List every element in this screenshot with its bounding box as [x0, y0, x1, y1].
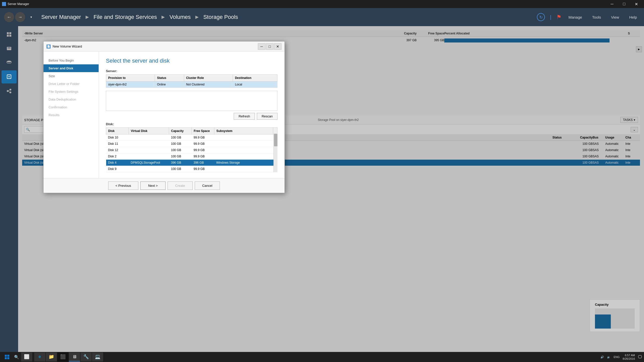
server-table-empty: [106, 91, 277, 111]
wizard-step-filesystem: File System Settings: [44, 88, 99, 96]
disk-sub-6: [214, 166, 273, 172]
disk-col-free: Free Space: [192, 128, 214, 134]
disk-free-6: 99.9 GB: [192, 166, 214, 172]
forward-button[interactable]: →: [15, 12, 25, 22]
wizard-step-dedup: Data Deduplication: [44, 96, 99, 103]
help-button[interactable]: Help: [626, 14, 640, 20]
breadcrumb-volumes[interactable]: Volumes: [170, 14, 191, 20]
svg-rect-3: [9, 35, 11, 37]
dialog-minimize-button[interactable]: ─: [258, 43, 265, 50]
sidebar-item-local[interactable]: [2, 42, 17, 55]
separator-icon: |: [550, 14, 551, 20]
disk-name-1: Disk 10: [106, 134, 129, 141]
taskbar-tray: 🔊 🔉 ENG 6:57 AM 8/26/2016 🖵: [600, 353, 642, 361]
taskbar-items: e 📁 ⬛ 🖥 🔧 💻: [34, 352, 103, 361]
disk-section-label: Disk:: [106, 122, 277, 126]
title-bar: Server Manager ─ □ ✕: [0, 0, 644, 8]
dialog-maximize-button[interactable]: □: [266, 43, 273, 50]
disk-row-6[interactable]: Disk 9 100 GB 99.9 GB: [106, 166, 277, 172]
next-button[interactable]: Next >: [140, 182, 166, 190]
server-row-1[interactable]: siyer-dpm-th2 Online Not Clustered Local: [106, 81, 277, 88]
wizard-step-begin[interactable]: Before You Begin: [44, 57, 99, 64]
taskbar-task-view[interactable]: ⬜: [21, 352, 32, 361]
show-desktop-button[interactable]: 🖵: [638, 355, 642, 359]
new-volume-wizard: 📄 New Volume Wizard ─ □ ✕ Before You Beg…: [43, 41, 285, 193]
server-table: Provision to Status Cluster Role Destina…: [106, 74, 277, 88]
create-button[interactable]: Create: [168, 182, 193, 190]
wizard-heading: Select the server and disk: [106, 58, 277, 64]
disk-cap-6: 100 GB: [169, 166, 192, 172]
svg-rect-1: [9, 32, 11, 34]
nav-arrows: ← → ▾: [4, 12, 36, 22]
taskbar-search-button[interactable]: 🔍: [12, 352, 21, 361]
flag-icon[interactable]: ⚑: [556, 14, 561, 20]
taskbar-sm-button[interactable]: 🖥: [69, 352, 80, 361]
disk-name-6: Disk 9: [106, 166, 129, 172]
tray-volume-icon[interactable]: 🔉: [607, 355, 611, 359]
disk-col-subsys: Subsystem: [214, 128, 273, 134]
tray-time[interactable]: 6:57 AM 8/26/2016: [623, 353, 635, 361]
refresh-button[interactable]: Refresh: [234, 113, 255, 120]
back-button[interactable]: ←: [4, 12, 14, 22]
disk-table: Disk Virtual Disk Capacity Free Space Su…: [106, 127, 277, 172]
disk-sub-3: [214, 147, 273, 153]
disk-row-4[interactable]: Disk 2 100 GB 99.9 GB: [106, 153, 277, 160]
breadcrumb-storage[interactable]: File and Storage Services: [94, 14, 157, 20]
view-button[interactable]: View: [608, 14, 622, 20]
server-section-label: Server:: [106, 69, 277, 73]
disk-row-3[interactable]: Disk 12 100 GB 99.9 GB: [106, 147, 277, 153]
sidebar-item-dashboard[interactable]: [2, 28, 17, 41]
disk-col-cap: Capacity: [169, 128, 192, 134]
svg-rect-13: [5, 357, 7, 359]
tray-lang: ENG: [614, 355, 620, 358]
wizard-step-size[interactable]: Size: [44, 72, 99, 80]
breadcrumb-sep2: ►: [160, 14, 166, 20]
maximize-button[interactable]: □: [618, 0, 630, 8]
taskbar-cmd-button[interactable]: ⬛: [57, 352, 68, 361]
title-bar-text: Server Manager: [8, 2, 29, 6]
wizard-nav: Before You Begin Server and Disk Size Dr…: [44, 52, 99, 178]
taskbar-tool-button[interactable]: 🔧: [80, 352, 92, 361]
taskbar-remote-button[interactable]: 💻: [92, 352, 103, 361]
disk-cap-1: 100 GB: [169, 134, 192, 141]
previous-button[interactable]: < Previous: [108, 182, 138, 190]
manage-button[interactable]: Manage: [566, 14, 585, 20]
disk-cap-3: 100 GB: [169, 147, 192, 153]
tools-button[interactable]: Tools: [589, 14, 604, 20]
wizard-step-server[interactable]: Server and Disk: [44, 64, 99, 72]
sidebar-item-storage[interactable]: [2, 56, 17, 69]
tray-network-icon[interactable]: 🔊: [600, 355, 604, 359]
disk-scrollbar[interactable]: [273, 133, 277, 172]
tray-date: 8/26/2016: [623, 357, 635, 360]
close-button[interactable]: ✕: [630, 0, 642, 8]
server-bar: ← → ▾ Server Manager ► File and Storage …: [0, 8, 644, 26]
app-icon: [2, 2, 6, 6]
wizard-step-drive: Drive Letter or Folder: [44, 80, 99, 88]
nav-dropdown-button[interactable]: ▾: [26, 12, 36, 22]
disk-sub-4: [214, 153, 273, 160]
svg-rect-4: [7, 47, 11, 50]
dialog-close-button[interactable]: ✕: [274, 43, 281, 50]
disk-row-1[interactable]: Disk 10 100 GB 99.9 GB: [106, 134, 277, 141]
breadcrumb-root[interactable]: Server Manager: [41, 14, 81, 20]
svg-rect-9: [10, 89, 11, 90]
sidebar-item-volumes[interactable]: [2, 70, 17, 83]
dialog-body: Before You Begin Server and Disk Size Dr…: [44, 52, 285, 178]
refresh-icon[interactable]: ↻: [537, 13, 545, 21]
taskbar-explorer-button[interactable]: 📁: [46, 352, 57, 361]
sidebar-item-shares[interactable]: [2, 84, 17, 98]
server-col-provision: Provision to: [106, 75, 155, 81]
rescan-button[interactable]: Rescan: [257, 113, 277, 120]
svg-rect-11: [5, 355, 7, 357]
start-button[interactable]: [2, 352, 12, 361]
breadcrumb-pools[interactable]: Storage Pools: [203, 14, 238, 20]
disk-name-3: Disk 12: [106, 147, 129, 153]
disk-row-2[interactable]: Disk 11 100 GB 99.9 GB: [106, 141, 277, 147]
disk-free-2: 99.9 GB: [192, 141, 214, 147]
disk-row-5[interactable]: Disk 4 DPMSQLStoragePool 396 GB 396 GB W…: [106, 160, 277, 166]
taskbar-ie-button[interactable]: e: [34, 352, 45, 361]
minimize-button[interactable]: ─: [606, 0, 618, 8]
disk-vdisk-2: [129, 141, 169, 147]
cancel-button[interactable]: Cancel: [195, 182, 220, 190]
disk-name-2: Disk 11: [106, 141, 129, 147]
